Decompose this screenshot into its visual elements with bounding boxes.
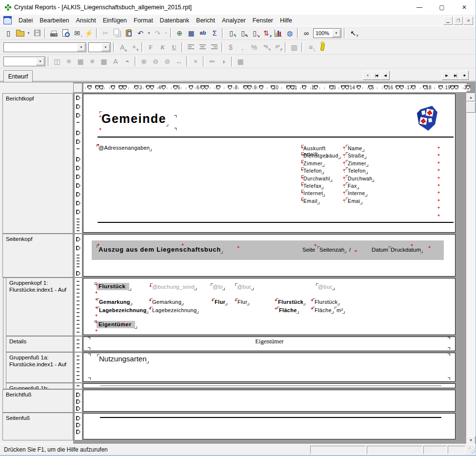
page-footer-line[interactable]: [100, 417, 441, 418]
decrease-font-size[interactable]: A▼: [128, 41, 140, 53]
increase-font-size[interactable]: A▲: [117, 41, 128, 53]
bold[interactable]: F: [145, 41, 157, 53]
contact-value-7[interactable]: Emai: [348, 198, 360, 204]
formula-field-2[interactable]: @buc: [237, 284, 252, 290]
insert-chart[interactable]: [272, 27, 284, 39]
insert-text-object[interactable]: ab: [197, 27, 209, 39]
currency-format[interactable]: $: [225, 41, 237, 53]
gh-field-fläche[interactable]: Fläche: [315, 307, 332, 313]
swoosh-tool[interactable]: ◗: [218, 56, 230, 67]
font-family-select[interactable]: ▼: [3, 42, 86, 52]
redo-dropdown[interactable]: ▼: [163, 27, 169, 39]
gh-bold-lagebezeichnung[interactable]: Lagebezeichnung: [99, 307, 146, 313]
pan[interactable]: ↔: [173, 56, 185, 67]
font-size-select[interactable]: ▼: [88, 42, 111, 52]
maximize-button[interactable]: ▢: [431, 0, 453, 15]
new-document[interactable]: ▯: [2, 27, 14, 39]
thousands-format[interactable]: ,: [237, 41, 248, 53]
menu-hilfe[interactable]: Hilfe: [277, 16, 296, 25]
cut[interactable]: ✂: [99, 27, 111, 39]
menu-ansicht[interactable]: Ansicht: [73, 16, 99, 25]
minimize-button[interactable]: —: [408, 0, 431, 15]
zoom-area[interactable]: ⊘: [161, 56, 173, 67]
draw-tool[interactable]: ✏: [206, 56, 218, 67]
header-line-bottom[interactable]: [98, 222, 454, 223]
close-analyzer[interactable]: ×: [190, 56, 201, 67]
insert-field[interactable]: ▦: [185, 27, 197, 39]
help[interactable]: ↖?: [347, 27, 359, 39]
pie-analyzer[interactable]: ✳: [86, 56, 98, 67]
map-layers[interactable]: ◓: [121, 56, 133, 67]
gh-field-m2[interactable]: m²: [337, 307, 343, 313]
scroll-down-button[interactable]: ▼: [466, 436, 476, 444]
menu-datei[interactable]: Datei: [15, 16, 36, 25]
insert-subreport[interactable]: ▯↰: [225, 27, 237, 39]
menu-datenbank[interactable]: Datenbank: [157, 16, 193, 25]
resize-grip[interactable]: [469, 447, 475, 454]
field-seitenzahl[interactable]: Seitenzah: [319, 247, 344, 253]
mdi-close-button[interactable]: ✕: [464, 17, 473, 25]
menu-bericht[interactable]: Bericht: [193, 16, 218, 25]
print-preview[interactable]: [60, 27, 71, 39]
label-seite[interactable]: Seite: [302, 247, 315, 253]
field-adressenangaben[interactable]: @Adressenangaben: [99, 145, 150, 151]
contact-value-6[interactable]: Interne: [348, 190, 365, 196]
menu-format[interactable]: Format: [130, 16, 157, 25]
italic[interactable]: K: [157, 41, 168, 53]
paste[interactable]: [123, 27, 135, 39]
menu-einfügen[interactable]: Einfügen: [99, 16, 130, 25]
gemeinde-logo[interactable]: [416, 105, 438, 134]
gh-field-gemarkung[interactable]: Gemarkung: [152, 299, 181, 305]
format-workshop[interactable]: ▯✎: [237, 27, 249, 39]
view-nav-stop[interactable]: ■: [459, 71, 469, 80]
vertical-scrollbar[interactable]: ▲ ▼: [466, 93, 476, 444]
contact-label-3[interactable]: Telefon: [303, 168, 322, 174]
mdi-minimize-button[interactable]: ▁: [443, 17, 453, 25]
contact-label-5[interactable]: Telefax: [303, 183, 321, 189]
bar-chart-type[interactable]: ◫: [51, 56, 63, 67]
zoom-in[interactable]: ⊕: [138, 56, 150, 67]
contact-value-3[interactable]: Telefon: [348, 168, 366, 174]
insert-hyperlink[interactable]: ⊕: [174, 27, 185, 39]
scrollbar-thumb[interactable]: [466, 102, 476, 113]
contact-label-6[interactable]: Internet: [303, 190, 323, 196]
field-details-eigentuemer[interactable]: Eigentümer: [84, 338, 455, 345]
refresh-data[interactable]: ⚡: [83, 27, 95, 39]
gh-bold-gemarkung[interactable]: Gemarkung: [99, 299, 130, 305]
badge-flurstueck[interactable]: Flurstück: [97, 283, 129, 290]
contact-value-4[interactable]: Durchwah: [348, 176, 372, 181]
gh-bold-flurstück[interactable]: Flurstück: [278, 299, 303, 305]
formula-field-3[interactable]: @buc: [318, 284, 333, 290]
gh-bold-flur[interactable]: Flur: [215, 299, 225, 305]
text-label-analyzer[interactable]: A: [110, 56, 121, 67]
gh-field-flur[interactable]: Flur: [238, 299, 247, 305]
view-nav-prev[interactable]: ◀: [380, 71, 390, 80]
menu-bearbeiten[interactable]: Bearbeiten: [36, 16, 72, 25]
label-slash[interactable]: /: [349, 247, 351, 253]
gh-bold-fläche[interactable]: Fläche: [279, 307, 297, 313]
insert-map[interactable]: ◍: [284, 27, 296, 39]
align-right[interactable]: [208, 41, 220, 53]
underline[interactable]: U: [168, 41, 180, 53]
report-document-icon[interactable]: [3, 16, 12, 24]
align-center[interactable]: [197, 41, 208, 53]
contact-label-1[interactable]: Dienstgebäud: [303, 153, 338, 159]
header-line-top[interactable]: [98, 137, 454, 138]
contact-value-0[interactable]: Name: [348, 145, 362, 151]
save[interactable]: [31, 27, 43, 39]
undo[interactable]: ↶: [135, 27, 146, 39]
zoom-select-dropdown[interactable]: ▼: [332, 29, 340, 37]
highlighting-expert[interactable]: [317, 41, 328, 53]
open-file-dropdown[interactable]: ▼: [26, 27, 31, 39]
dot-grid[interactable]: ▩: [98, 56, 110, 67]
font-size-select-dropdown[interactable]: ▼: [101, 43, 110, 51]
find[interactable]: ∞: [300, 27, 312, 39]
formula-field-0[interactable]: @buchung_sond: [152, 284, 195, 290]
view-nav-next[interactable]: ▶: [442, 71, 451, 80]
align-left[interactable]: [185, 41, 197, 53]
decrease-decimals[interactable]: 0⁰↱: [272, 41, 283, 53]
pie-chart-type[interactable]: ✳: [63, 56, 75, 67]
analyzer-select-dropdown[interactable]: ▼: [36, 58, 44, 65]
menu-analyzer[interactable]: Analyzer: [218, 16, 249, 25]
view-nav-first[interactable]: |◀: [372, 71, 381, 80]
